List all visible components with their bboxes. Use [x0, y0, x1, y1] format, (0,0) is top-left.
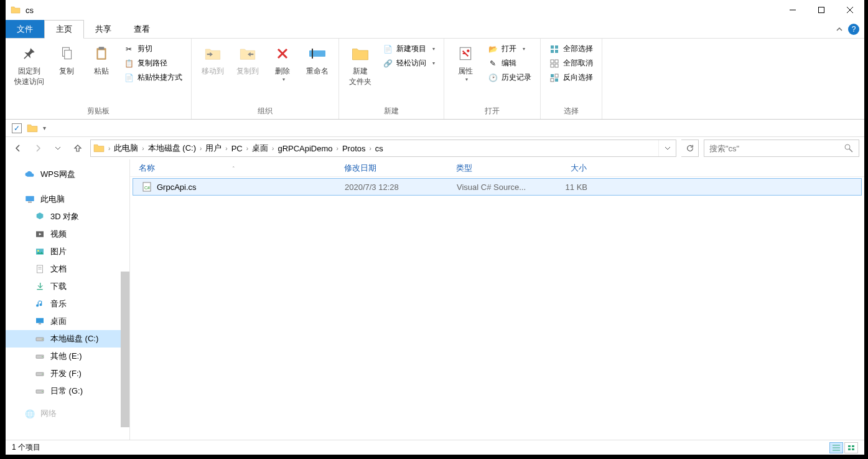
easy-access-button[interactable]: 🔗轻松访问▾	[379, 57, 439, 70]
svg-rect-16	[555, 50, 558, 53]
organize-label: 组织	[197, 103, 334, 119]
copy-to-button[interactable]: 复制到	[231, 42, 264, 78]
nav-item[interactable]: 文档	[6, 260, 129, 278]
nav-item[interactable]: 开发 (F:)	[6, 365, 129, 382]
content-pane: 名称 ˄ 修改日期 类型 大小 C#GrpcApi.cs 2020/7/3 12…	[130, 159, 864, 440]
breadcrumb-dropdown[interactable]	[658, 140, 676, 156]
breadcrumb[interactable]: › 此电脑› 本地磁盘 (C:)› 用户› PC› 桌面› gRPCApiDem…	[90, 140, 676, 157]
recent-dropdown[interactable]	[50, 141, 65, 156]
nav-wps[interactable]: WPS网盘	[6, 166, 129, 183]
minimize-button[interactable]	[778, 0, 807, 20]
move-to-button[interactable]: 移动到	[197, 42, 229, 78]
nav-item[interactable]: 本地磁盘 (C:)	[6, 330, 129, 348]
move-to-icon	[203, 44, 223, 64]
help-icon[interactable]: ?	[848, 24, 859, 35]
svg-line-26	[849, 149, 852, 152]
breadcrumb-item[interactable]: gRPCApiDemo	[275, 144, 335, 153]
properties-icon	[455, 44, 475, 64]
invert-selection-button[interactable]: 反向选择	[546, 71, 597, 84]
column-size[interactable]: 大小	[541, 163, 597, 174]
select-all-button[interactable]: 全部选择	[546, 42, 597, 55]
navigation-pane[interactable]: WPS网盘 此电脑 3D 对象视频图片文档下载音乐桌面本地磁盘 (C:)其他 (…	[6, 159, 130, 440]
picture-icon	[34, 246, 45, 257]
nav-item[interactable]: 下载	[6, 278, 129, 295]
copy-icon	[57, 44, 77, 64]
svg-point-31	[37, 250, 39, 252]
nav-network[interactable]: 🌐 网络	[6, 405, 129, 422]
back-button[interactable]	[11, 141, 26, 156]
nav-this-pc[interactable]: 此电脑	[6, 191, 129, 208]
breadcrumb-item[interactable]: PC	[229, 144, 245, 153]
delete-button[interactable]: 删除▾	[266, 42, 299, 83]
svg-point-12	[467, 50, 469, 52]
svg-rect-21	[551, 74, 554, 77]
maximize-button[interactable]	[807, 0, 836, 20]
nav-item[interactable]: 图片	[6, 243, 129, 260]
breadcrumb-item[interactable]: 此电脑	[111, 143, 141, 154]
column-name[interactable]: 名称 ˄	[130, 163, 335, 174]
paste-shortcut-button[interactable]: 📄粘贴快捷方式	[120, 71, 186, 84]
scrollbar-thumb[interactable]	[121, 272, 129, 427]
ribbon-group-clipboard: 固定到 快速访问 复制 粘贴 ✂剪切 📋复制路径 📄粘贴快捷方式 剪贴板	[6, 39, 192, 119]
nav-item[interactable]: 视频	[6, 225, 129, 243]
svg-rect-36	[36, 318, 44, 323]
select-all-icon	[549, 44, 559, 54]
cube-icon	[34, 211, 45, 222]
paste-button[interactable]: 粘贴	[85, 42, 118, 78]
select-none-icon	[549, 59, 559, 69]
copy-path-button[interactable]: 📋复制路径	[120, 57, 186, 70]
scissors-icon: ✂	[124, 44, 134, 54]
svg-rect-28	[28, 202, 32, 203]
search-box[interactable]	[704, 140, 859, 157]
new-folder-button[interactable]: 新建 文件夹	[344, 42, 376, 88]
nav-item[interactable]: 其他 (E:)	[6, 348, 129, 365]
new-folder-icon	[350, 44, 370, 64]
details-view-button[interactable]	[829, 442, 843, 453]
icons-view-button[interactable]	[844, 442, 858, 453]
nav-item[interactable]: 3D 对象	[6, 208, 129, 225]
copy-button[interactable]: 复制	[50, 42, 83, 78]
tab-view[interactable]: 查看	[123, 20, 161, 38]
breadcrumb-item[interactable]: 用户	[203, 143, 224, 154]
collapse-ribbon-icon[interactable]	[836, 26, 843, 33]
nav-item[interactable]: 桌面	[6, 313, 129, 330]
nav-item[interactable]: 音乐	[6, 295, 129, 313]
properties-button[interactable]: 属性▾	[449, 42, 482, 83]
new-item-button[interactable]: 📄新建项目▾	[379, 42, 439, 55]
svg-rect-20	[555, 64, 558, 67]
forward-button[interactable]	[30, 141, 45, 156]
breadcrumb-item[interactable]: 桌面	[250, 143, 271, 154]
drive-icon	[34, 351, 45, 362]
tab-file[interactable]: 文件	[6, 20, 44, 38]
explorer-window: cs 文件 主页 共享 查看 ? 固定到 快速访问	[6, 0, 864, 455]
nav-item[interactable]: 日常 (G:)	[6, 382, 129, 400]
file-list[interactable]: C#GrpcApi.cs 2020/7/3 12:28 Visual C# So…	[130, 177, 864, 440]
pin-button[interactable]: 固定到 快速访问	[11, 42, 48, 88]
close-button[interactable]	[836, 0, 864, 20]
breadcrumb-item[interactable]: cs	[373, 144, 386, 153]
desktop-icon	[34, 316, 45, 327]
history-button[interactable]: 🕑历史记录	[484, 71, 535, 84]
ribbon-group-select: 全部选择 全部取消 反向选择 选择	[541, 39, 602, 119]
breadcrumb-item[interactable]: 本地磁盘 (C:)	[146, 143, 198, 154]
search-input[interactable]	[709, 144, 844, 153]
refresh-button[interactable]	[681, 140, 699, 157]
status-bar: 1 个项目	[6, 440, 864, 455]
rename-button[interactable]: 重命名	[301, 42, 334, 78]
cut-button[interactable]: ✂剪切	[120, 42, 186, 55]
select-none-button[interactable]: 全部取消	[546, 57, 597, 70]
column-date[interactable]: 修改日期	[335, 163, 447, 174]
file-row[interactable]: C#GrpcApi.cs 2020/7/3 12:28 Visual C# So…	[133, 178, 862, 196]
edit-button[interactable]: ✎编辑	[484, 57, 535, 70]
open-button[interactable]: 📂打开▾	[484, 42, 535, 55]
tab-home[interactable]: 主页	[44, 20, 84, 39]
up-button[interactable]	[70, 141, 85, 156]
video-icon	[34, 229, 45, 240]
qat-dropdown[interactable]: ▾	[43, 125, 46, 131]
column-type[interactable]: 类型	[447, 163, 541, 174]
tab-share[interactable]: 共享	[84, 20, 123, 38]
breadcrumb-item[interactable]: Protos	[340, 144, 368, 153]
history-icon: 🕑	[488, 73, 498, 83]
network-icon: 🌐	[24, 408, 35, 419]
qat-checkbox[interactable]: ✓	[12, 123, 22, 133]
